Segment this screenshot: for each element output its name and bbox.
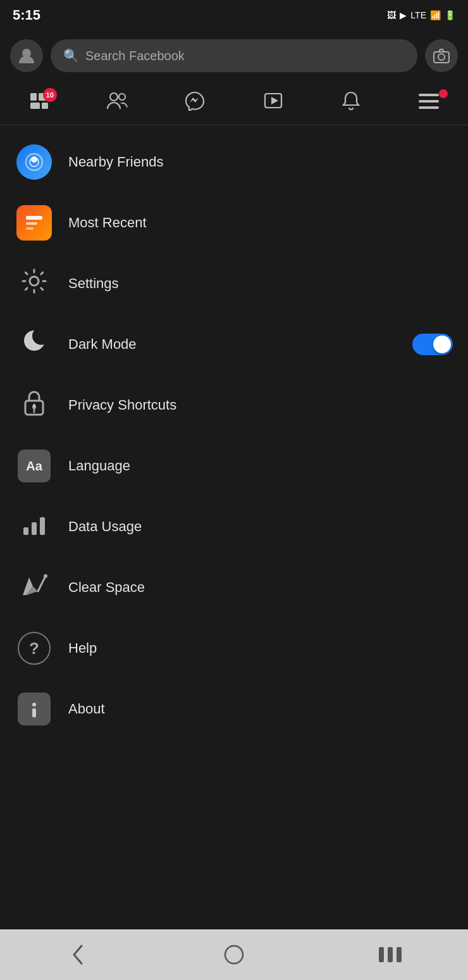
top-bar: 🔍 Search Facebook bbox=[0, 30, 468, 81]
svg-point-7 bbox=[110, 93, 118, 101]
video-icon: ▶ bbox=[400, 10, 407, 20]
svg-point-23 bbox=[33, 404, 35, 406]
svg-rect-37 bbox=[397, 947, 402, 962]
menu-list: Nearby Friends Most Recent Settin bbox=[0, 125, 468, 746]
menu-icon bbox=[419, 93, 439, 113]
svg-rect-34 bbox=[225, 946, 243, 964]
svg-rect-36 bbox=[388, 947, 393, 962]
nearby-friends-label: Nearby Friends bbox=[68, 154, 453, 170]
menu-item-about[interactable]: About bbox=[0, 679, 468, 739]
svg-line-29 bbox=[38, 576, 46, 591]
most-recent-icon-wrap bbox=[15, 204, 53, 242]
svg-rect-25 bbox=[32, 522, 37, 535]
search-bar[interactable]: 🔍 Search Facebook bbox=[51, 39, 417, 72]
home-button[interactable] bbox=[209, 936, 259, 974]
menu-badge bbox=[439, 89, 448, 98]
help-icon: ? bbox=[18, 632, 51, 665]
about-icon-wrap bbox=[15, 690, 53, 728]
menu-item-nearby-friends[interactable]: Nearby Friends bbox=[0, 132, 468, 192]
svg-rect-26 bbox=[40, 517, 45, 535]
svg-marker-10 bbox=[271, 97, 278, 104]
nav-messenger[interactable] bbox=[169, 84, 220, 122]
svg-point-20 bbox=[30, 277, 39, 286]
menu-item-dark-mode[interactable]: Dark Mode bbox=[0, 314, 468, 375]
data-usage-icon bbox=[21, 511, 47, 543]
language-label: Language bbox=[68, 458, 453, 474]
watch-icon bbox=[263, 91, 283, 115]
about-label: About bbox=[68, 701, 453, 717]
svg-point-30 bbox=[44, 574, 47, 578]
svg-rect-35 bbox=[379, 947, 384, 962]
privacy-shortcuts-label: Privacy Shortcuts bbox=[68, 397, 453, 413]
signal-icon: 📶 bbox=[430, 10, 441, 20]
about-icon bbox=[18, 693, 51, 726]
clear-space-label: Clear Space bbox=[68, 579, 453, 596]
notifications-icon bbox=[342, 91, 360, 115]
svg-rect-12 bbox=[419, 100, 439, 103]
dark-mode-toggle[interactable] bbox=[412, 334, 453, 355]
friends-icon bbox=[106, 91, 128, 115]
svg-rect-24 bbox=[23, 527, 28, 535]
svg-rect-6 bbox=[42, 103, 48, 109]
menu-item-language[interactable]: Aa Language bbox=[0, 436, 468, 496]
settings-icon-wrap bbox=[15, 265, 53, 303]
help-label: Help bbox=[68, 640, 453, 656]
back-button[interactable] bbox=[52, 936, 103, 974]
menu-item-data-usage[interactable]: Data Usage bbox=[0, 496, 468, 557]
settings-label: Settings bbox=[68, 275, 453, 292]
battery-icon: 🔋 bbox=[445, 10, 455, 20]
photo-icon: 🖼 bbox=[387, 10, 396, 20]
menu-item-most-recent[interactable]: Most Recent bbox=[0, 192, 468, 253]
svg-rect-19 bbox=[26, 227, 34, 230]
dark-mode-icon-wrap bbox=[15, 325, 53, 363]
svg-rect-11 bbox=[419, 94, 439, 96]
bottom-nav bbox=[0, 929, 468, 980]
svg-point-8 bbox=[119, 94, 125, 100]
svg-rect-13 bbox=[419, 106, 439, 109]
data-icon-wrap bbox=[15, 508, 53, 546]
svg-point-32 bbox=[32, 703, 36, 707]
dark-mode-toggle-wrap[interactable] bbox=[412, 334, 453, 355]
svg-rect-5 bbox=[30, 103, 40, 109]
most-recent-label: Most Recent bbox=[68, 215, 453, 231]
menu-item-privacy-shortcuts[interactable]: Privacy Shortcuts bbox=[0, 375, 468, 436]
messenger-icon bbox=[185, 91, 205, 115]
camera-button[interactable] bbox=[425, 39, 458, 72]
toggle-knob bbox=[433, 336, 451, 353]
status-bar: 5:15 🖼 ▶ LTE 📶 🔋 bbox=[0, 0, 468, 30]
help-icon-wrap: ? bbox=[15, 629, 53, 667]
settings-icon bbox=[20, 267, 48, 301]
nav-feed[interactable]: 10 bbox=[14, 84, 65, 122]
nav-menu[interactable] bbox=[403, 84, 454, 122]
lte-label: LTE bbox=[410, 10, 426, 20]
privacy-icon bbox=[22, 388, 47, 422]
svg-rect-18 bbox=[26, 222, 37, 225]
nav-watch[interactable] bbox=[248, 84, 299, 122]
most-recent-icon bbox=[16, 205, 52, 241]
svg-rect-33 bbox=[32, 708, 36, 717]
nav-notifications[interactable] bbox=[326, 84, 376, 122]
menu-item-settings[interactable]: Settings bbox=[0, 253, 468, 314]
search-icon: 🔍 bbox=[63, 48, 79, 63]
dark-mode-label: Dark Mode bbox=[68, 336, 397, 353]
svg-rect-3 bbox=[30, 93, 37, 101]
status-time: 5:15 bbox=[13, 7, 40, 23]
search-text: Search Facebook bbox=[85, 49, 185, 63]
menu-item-clear-space[interactable]: Clear Space bbox=[0, 557, 468, 618]
avatar[interactable] bbox=[10, 39, 43, 72]
dark-mode-icon bbox=[22, 328, 47, 361]
nearby-friends-icon bbox=[16, 144, 52, 180]
data-usage-label: Data Usage bbox=[68, 518, 453, 535]
svg-rect-17 bbox=[26, 216, 42, 220]
language-icon-wrap: Aa bbox=[15, 447, 53, 485]
nav-friends[interactable] bbox=[92, 84, 142, 122]
status-icons: 🖼 ▶ LTE 📶 🔋 bbox=[387, 10, 455, 20]
clear-space-icon-wrap bbox=[15, 569, 53, 606]
clear-space-icon bbox=[20, 571, 48, 604]
svg-point-2 bbox=[438, 54, 445, 60]
privacy-icon-wrap bbox=[15, 386, 53, 424]
nearby-friends-icon-wrap bbox=[15, 143, 53, 181]
menu-item-help[interactable]: ? Help bbox=[0, 618, 468, 679]
nav-bar: 10 bbox=[0, 81, 468, 125]
recents-button[interactable] bbox=[365, 936, 416, 974]
